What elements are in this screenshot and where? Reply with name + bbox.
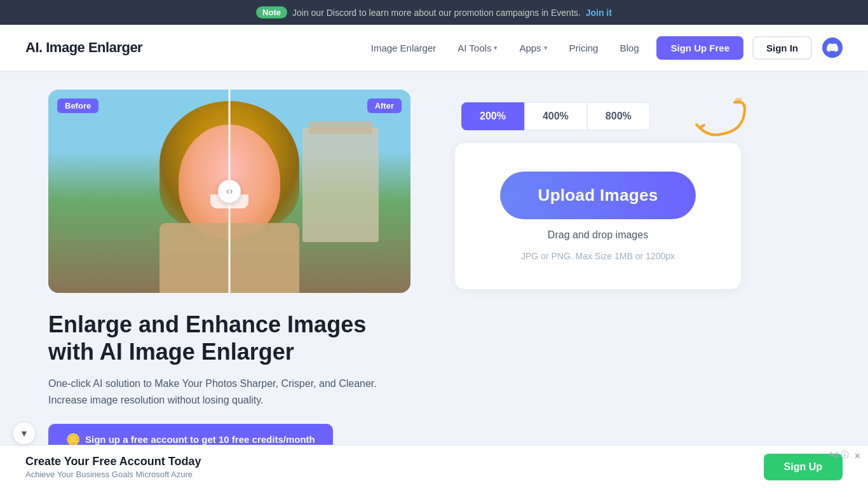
signup-button[interactable]: Sign Up Free (656, 36, 743, 60)
nav-blog[interactable]: Blog (611, 37, 648, 58)
scale-picker: 200% 400% 800% (461, 102, 650, 130)
banner-message: Join our Discord to learn more about our… (292, 8, 581, 18)
after-badge: After (367, 98, 402, 113)
note-badge: Note (256, 6, 287, 18)
chevron-down-icon: ▾ (544, 44, 548, 52)
ad-banner: Create Your Free Account Today Achieve Y… (0, 445, 868, 488)
site-logo[interactable]: AI. Image Enlarger (25, 39, 142, 56)
format-hint-text: JPG or PNG. Max Size 1MB or 1200px (521, 251, 675, 261)
scale-400-button[interactable]: 400% (524, 102, 587, 130)
ad-title: Create Your Free Account Today (25, 455, 201, 468)
nav-links: Image Enlarger AI Tools ▾ Apps ▾ Pricing… (362, 36, 843, 60)
main-content: ‹› Before After Enlarge and Enhance Imag… (0, 71, 868, 475)
banner-link[interactable]: Join it (586, 8, 612, 18)
image-comparison: ‹› Before After (48, 90, 410, 293)
navbar: AI. Image Enlarger Image Enlarger AI Too… (0, 25, 868, 71)
collapse-button[interactable]: ▼ (13, 422, 36, 445)
svg-point-2 (739, 97, 743, 101)
upload-button[interactable]: Upload Images (500, 172, 696, 219)
discord-icon (827, 42, 838, 53)
discord-button[interactable] (822, 37, 843, 58)
scale-800-button[interactable]: 800% (587, 102, 650, 130)
arrow-decoration (684, 96, 754, 147)
left-panel: ‹› Before After Enlarge and Enhance Imag… (48, 90, 417, 456)
chevron-down-icon: ▼ (20, 428, 29, 438)
nav-image-enlarger[interactable]: Image Enlarger (362, 37, 445, 58)
chevron-down-icon: ▾ (494, 44, 498, 52)
nav-pricing[interactable]: Pricing (560, 37, 607, 58)
right-panel: 200% 400% 800% Upload Images Drag and dr… (455, 90, 843, 289)
hero-subtext: One-click AI solution to Make Your Photo… (48, 376, 417, 408)
scale-200-button[interactable]: 200% (461, 102, 524, 130)
ad-subtitle: Achieve Your Business Goals Microsoft Az… (25, 470, 201, 479)
ad-content: Create Your Free Account Today Achieve Y… (25, 455, 201, 479)
top-banner: Note Join our Discord to learn more abou… (0, 0, 868, 25)
signin-button[interactable]: Sign In (752, 36, 812, 60)
upload-area: Upload Images Drag and drop images JPG o… (455, 143, 741, 289)
comparison-handle[interactable]: ‹› (218, 180, 241, 203)
nav-apps[interactable]: Apps ▾ (510, 37, 556, 58)
nav-ai-tools[interactable]: AI Tools ▾ (449, 37, 506, 58)
hero-heading: Enlarge and Enhance Images with AI Image… (48, 311, 417, 365)
svg-point-1 (742, 104, 746, 107)
ad-close-button[interactable]: × (855, 451, 860, 462)
before-badge: Before (57, 98, 98, 113)
ad-indicator: Ad ⓘ (828, 449, 849, 461)
drag-drop-text: Drag and drop images (548, 229, 648, 241)
